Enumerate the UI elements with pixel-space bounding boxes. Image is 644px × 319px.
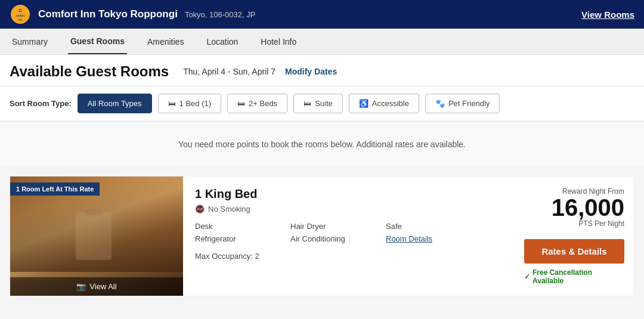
no-smoking: 🚭 No Smoking (195, 205, 503, 213)
page-title-bar: Available Guest Rooms Thu, April 4 - Sun… (0, 55, 644, 86)
free-cancel-label: Free Cancellation Available (532, 268, 624, 285)
nav-guest-rooms[interactable]: Guest Rooms (68, 29, 127, 54)
rates-details-button[interactable]: Rates & Details (524, 239, 624, 264)
amenities-grid: Desk Hair Dryer Safe Refrigerator Air Co… (195, 222, 503, 243)
comfort-inn-logo: C omfort INN (10, 4, 31, 25)
svg-text:INN: INN (18, 18, 23, 21)
nav-hotel-info[interactable]: Hotel Info (258, 30, 299, 54)
room-image-area: 1 Room Left At This Rate 📷 View All (10, 176, 183, 296)
view-all-bar[interactable]: 📷 View All (10, 277, 183, 296)
svg-rect-4 (76, 212, 112, 260)
hotel-name: Comfort Inn Tokyo Roppongi (38, 8, 178, 20)
filter-all-room-types[interactable]: All Room Types (78, 94, 152, 113)
room-pricing: Reward Night From 16,000 PTS Per Night R… (515, 176, 634, 296)
modify-dates-link[interactable]: Modify Dates (285, 67, 337, 76)
filter-pet-label: Pet Friendly (448, 99, 490, 108)
filter-accessible[interactable]: ♿ Accessible (349, 94, 419, 113)
logo-area: C omfort INN (10, 4, 31, 25)
svg-text:C: C (18, 8, 21, 13)
amenity-air-conditioning: Air Conditioning (290, 234, 386, 243)
room-card: 1 Room Left At This Rate 📷 View All 1 Ki… (10, 176, 634, 296)
no-smoking-label: No Smoking (208, 205, 250, 213)
amenity-safe: Safe (386, 222, 481, 231)
free-cancellation: ✓ Free Cancellation Available (524, 268, 624, 285)
filter-suite-label: Suite (315, 99, 333, 108)
nav-summary[interactable]: Summary (10, 30, 50, 54)
nav-location[interactable]: Location (204, 30, 240, 54)
room-details-link[interactable]: Room Details (386, 234, 481, 243)
nav-amenities[interactable]: Amenities (145, 30, 186, 54)
filter-pet-friendly[interactable]: 🐾 Pet Friendly (425, 94, 500, 113)
max-occupancy: Max Occupancy: 2 (195, 252, 503, 261)
secondary-nav: Summary Guest Rooms Amenities Location H… (0, 29, 644, 55)
view-rooms-link[interactable]: View Rooms (581, 10, 634, 20)
filter-suite[interactable]: 🛏 Suite (293, 94, 343, 113)
sort-label: Sort Room Type: (10, 99, 72, 108)
hotel-address: Tokyo, 106-0032, JP (185, 10, 256, 19)
room-title: 1 King Bed (195, 187, 503, 201)
camera-icon: 📷 (76, 282, 86, 291)
bed-icon-2: 🛏 (237, 99, 245, 108)
filter-all-label: All Room Types (88, 99, 142, 108)
date-range: Thu, April 4 - Sun, April 7 (183, 67, 275, 76)
page-title: Available Guest Rooms (10, 63, 169, 80)
amenity-hair-dryer: Hair Dryer (290, 222, 386, 231)
amenity-desk: Desk (195, 222, 290, 231)
filter-1bed-label: 1 Bed (1) (179, 99, 211, 108)
badge-text: 1 Room Left At This Rate (16, 185, 94, 193)
notice-banner: You need more points to book the rooms b… (0, 123, 644, 166)
accessible-icon: ♿ (359, 99, 369, 108)
sort-bar: Sort Room Type: All Room Types 🛏 1 Bed (… (0, 86, 644, 122)
bed-icon-1: 🛏 (168, 99, 176, 108)
top-bar: C omfort INN Comfort Inn Tokyo Roppongi … (0, 0, 644, 29)
notice-text: You need more points to book the rooms b… (178, 140, 466, 149)
points-value: 16,000 (552, 196, 624, 219)
svg-text:omfort: omfort (16, 14, 25, 17)
suite-icon: 🛏 (304, 99, 311, 108)
filter-1-bed[interactable]: 🛏 1 Bed (1) (158, 94, 221, 113)
room-badge: 1 Room Left At This Rate (10, 182, 100, 196)
bathroom-fixture-svg (70, 206, 117, 266)
filter-2plus-beds[interactable]: 🛏 2+ Beds (227, 94, 287, 113)
pet-icon: 🐾 (435, 99, 445, 108)
checkmark-icon: ✓ (524, 272, 530, 281)
room-details: 1 King Bed 🚭 No Smoking Desk Hair Dryer … (183, 176, 515, 296)
svg-rect-5 (85, 209, 103, 215)
filter-accessible-label: Accessible (372, 99, 409, 108)
amenity-refrigerator: Refrigerator (195, 234, 290, 243)
filter-2beds-label: 2+ Beds (249, 99, 277, 108)
no-smoking-icon: 🚭 (195, 205, 205, 213)
pts-per-night: PTS Per Night (552, 219, 624, 228)
view-all-label: View All (89, 282, 116, 291)
